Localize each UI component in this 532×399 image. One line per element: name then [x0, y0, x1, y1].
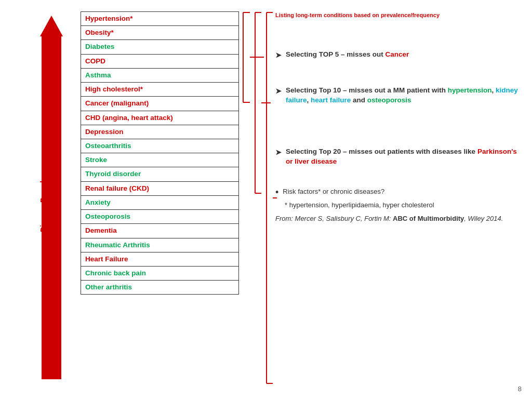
heartfailure-highlight: heart failure: [311, 96, 351, 104]
table-row: COPD: [81, 54, 239, 68]
table-row: Thyroid disorder: [81, 167, 239, 181]
table-row: Osteoarthritis: [81, 139, 239, 153]
table-row: Depression: [81, 125, 239, 139]
parkinson-highlight: Parkinson's or liver disease: [286, 148, 517, 165]
table-row: Cancer (malignant): [81, 97, 239, 111]
table-row: Obesity*: [81, 26, 239, 40]
notes-section: • Risk factors* or chronic diseases? * h…: [275, 188, 520, 223]
arrow-head: [40, 16, 63, 36]
bullet2-text: Selecting Top 10 – misses out a MM patie…: [286, 86, 520, 105]
table-row: High cholesterol*: [81, 83, 239, 97]
page-number: 8: [518, 385, 522, 393]
table-row: Rheumatic Arthritis: [81, 238, 239, 252]
bullet2: ➤ Selecting Top 10 – misses out a MM pat…: [275, 86, 520, 105]
osteoporosis-highlight: osteoporosis: [367, 96, 411, 104]
arrow-bullet-1: ➤: [275, 51, 282, 59]
table-row: CHD (angina, heart attack): [81, 111, 239, 125]
table-row: Heart Failure: [81, 252, 239, 266]
table-row: Other arthritis: [81, 281, 239, 295]
note1-text: Risk factors* or chronic diseases?: [283, 188, 384, 195]
table-row: Dementia: [81, 224, 239, 238]
brackets-svg: [241, 11, 277, 384]
right-content: Listing long-term conditions based on pr…: [275, 11, 520, 223]
header-note: Listing long-term conditions based on pr…: [275, 11, 520, 19]
arrow-shaft: [42, 36, 61, 379]
arrow-bullet-2: ➤: [275, 87, 282, 95]
bullet-dot-1: •: [275, 188, 278, 197]
table-row: Stroke: [81, 153, 239, 167]
bullet3-text: Selecting Top 20 – misses out patients w…: [286, 147, 520, 167]
bullet1-text: Selecting TOP 5 – misses out Cancer: [286, 50, 409, 60]
table-row: Diabetes: [81, 40, 239, 54]
citation-bold: ABC of Multimorbidity: [393, 215, 464, 222]
citation-italic: From: Mercer S, Salisbury C, Fortin M:: [275, 215, 393, 222]
citation: From: Mercer S, Salisbury C, Fortin M: A…: [275, 214, 520, 223]
table-row: Osteoporosis: [81, 210, 239, 224]
note2-text: * hypertension, hyperlipidaemia, hyper c…: [285, 201, 520, 209]
hypertension-highlight: hypertension: [448, 86, 492, 94]
note1-bullet: • Risk factors* or chronic diseases?: [275, 188, 520, 197]
citation-end: , Wiley 2014.: [464, 215, 503, 222]
table-row: Hypertension*: [81, 12, 239, 26]
cancer-highlight: Cancer: [385, 50, 409, 58]
disease-table: Hypertension*Obesity*DiabetesCOPDAsthmaH…: [81, 11, 239, 295]
table-row: Renal failure (CKD): [81, 181, 239, 195]
table-row: Chronic back pain: [81, 266, 239, 280]
slide-container: Disease Prevalence Hypertension*Obesity*…: [0, 0, 532, 399]
table-row: Anxiety: [81, 195, 239, 209]
bullet1: ➤ Selecting TOP 5 – misses out Cancer: [275, 50, 520, 60]
table-row: Asthma: [81, 68, 239, 82]
arrow-bullet-3: ➤: [275, 148, 282, 156]
bullet3: ➤ Selecting Top 20 – misses out patients…: [275, 147, 520, 167]
